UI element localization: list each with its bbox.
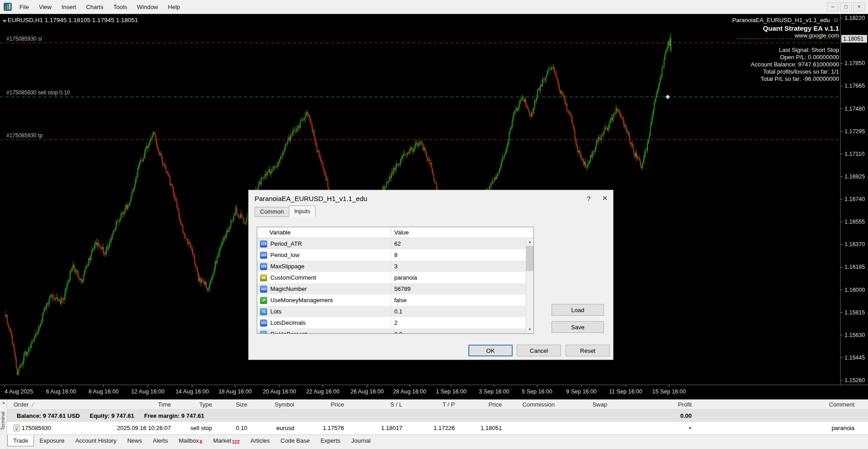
dialog-tab-common[interactable]: Common xyxy=(255,207,289,217)
variable-column-header[interactable]: Variable xyxy=(257,227,391,238)
menu-view[interactable]: View xyxy=(34,0,57,14)
terminal-tab-exposure[interactable]: Exposure xyxy=(34,435,70,446)
time-tick-label: 11 Sep 16:00 xyxy=(609,388,642,395)
param-value-cell[interactable]: 0.1 xyxy=(391,306,526,317)
order-cell: 1.18017 xyxy=(349,425,408,431)
param-value-cell[interactable]: 2 xyxy=(391,317,526,328)
reset-button[interactable]: Reset xyxy=(566,345,610,356)
terminal-tab-trade[interactable]: Trade xyxy=(7,435,34,446)
terminal-tab-label: Trade xyxy=(13,437,28,444)
scroll-up-icon[interactable]: ▲ xyxy=(526,238,533,246)
param-value-cell[interactable]: false xyxy=(391,295,526,306)
order-row[interactable]: 1750859302025.09.16 10:26:07sell stop0.1… xyxy=(7,422,868,434)
price-tick-label: 1.17295 xyxy=(844,128,865,135)
time-tick-label: 12 Aug 16:00 xyxy=(131,388,165,395)
menu-tools[interactable]: Tools xyxy=(108,0,132,14)
delete-order-button[interactable]: × xyxy=(613,425,697,431)
param-row-lots[interactable]: ½Lots0.1 xyxy=(257,306,526,317)
param-row-magicnumber[interactable]: 123MagicNumber56789 xyxy=(257,283,526,295)
time-tick-label: 28 Aug 16:00 xyxy=(393,388,426,395)
column-header-profit[interactable]: Profit xyxy=(613,401,697,408)
terminal-tab-account-history[interactable]: Account History xyxy=(70,435,122,446)
ea-properties-dialog: ParanoiaEA_EURUSD_H1_v1.1_edu ? ✕ Common… xyxy=(248,190,613,360)
column-header-order[interactable]: Order∕ xyxy=(7,401,90,408)
load-button[interactable]: Load xyxy=(552,304,604,316)
terminal-tab-label: Market xyxy=(213,437,231,444)
time-tick-label: 18 Aug 16:00 xyxy=(218,388,252,395)
ea-info-line: Account Balance: 9747.61000000 xyxy=(751,61,839,68)
param-row-maxslippage[interactable]: 123MaxSlippage3 xyxy=(257,261,526,272)
param-row-customcomment[interactable]: abCustomCommentparanoia xyxy=(257,272,526,283)
close-button[interactable]: × xyxy=(853,2,865,12)
price-tick-label: 1.17480 xyxy=(844,106,865,112)
terminal-tab-label: Alerts xyxy=(153,437,168,444)
param-row-period-atr[interactable]: 123Period_ATR62 xyxy=(257,238,526,249)
dialog-title: ParanoiaEA_EURUSD_H1_v1.1_edu xyxy=(255,195,580,202)
minimize-button[interactable]: – xyxy=(827,2,839,12)
param-row-riskinpercent[interactable]: ½RiskInPercent2.0 xyxy=(257,328,526,333)
column-header-type[interactable]: Type xyxy=(176,401,217,408)
terminal-close-button[interactable]: × xyxy=(0,400,7,406)
param-row-lotsdecimals[interactable]: 123LotsDecimals2 xyxy=(257,317,526,328)
dialog-close-button[interactable]: ✕ xyxy=(597,192,613,205)
column-header-comment[interactable]: Comment xyxy=(697,401,868,408)
scroll-down-icon[interactable]: ▼ xyxy=(526,326,533,333)
param-value-cell[interactable]: 56789 xyxy=(391,283,526,295)
terminal-tab-experts[interactable]: Experts xyxy=(315,435,346,446)
ea-active-smiley-icon[interactable]: ☺ xyxy=(833,16,839,23)
param-value-cell[interactable]: 8 xyxy=(391,249,526,261)
param-name: MagicNumber xyxy=(270,285,307,292)
save-button[interactable]: Save xyxy=(552,321,604,333)
cancel-button[interactable]: Cancel xyxy=(517,345,561,356)
time-tick-label: 15 Sep 16:00 xyxy=(652,388,686,395)
column-header-swap[interactable]: Swap xyxy=(560,401,613,408)
ok-button[interactable]: OK xyxy=(468,345,513,356)
terminal-tab-label: Exposure xyxy=(39,437,64,444)
menu-window[interactable]: Window xyxy=(132,0,163,14)
menu-help[interactable]: Help xyxy=(163,0,185,14)
terminal-tab-journal[interactable]: Journal xyxy=(346,435,376,446)
column-header-commission[interactable]: Commission xyxy=(507,401,560,408)
param-row-usemoneymanagement[interactable]: ↗UseMoneyManagementfalse xyxy=(257,295,526,306)
menu-file[interactable]: File xyxy=(14,0,34,14)
param-row-period-low[interactable]: 123Period_low8 xyxy=(257,249,526,261)
param-value-cell[interactable]: 62 xyxy=(391,238,526,249)
order-id-cell: 175085930 xyxy=(7,425,90,431)
one-click-trading-arrow[interactable] xyxy=(2,20,7,23)
terminal-body: Order∕TimeTypeSizeSymbolPriceS / LT / PP… xyxy=(7,400,868,435)
restore-button[interactable]: □ xyxy=(840,2,852,12)
tab-badge: 6 xyxy=(200,440,203,444)
dialog-titlebar[interactable]: ParanoiaEA_EURUSD_H1_v1.1_edu ? ✕ xyxy=(249,190,613,206)
column-header-price[interactable]: Price xyxy=(460,401,507,408)
inputs-scrollbar[interactable]: ▲ ▼ xyxy=(526,238,533,333)
column-header-symbol[interactable]: Symbol xyxy=(253,401,300,408)
ea-info-line xyxy=(751,39,839,47)
value-column-header[interactable]: Value xyxy=(391,227,533,238)
terminal-tab-articles[interactable]: Articles xyxy=(245,435,275,446)
column-header-t-p[interactable]: T / P xyxy=(408,401,460,408)
column-header-price[interactable]: Price xyxy=(300,401,349,408)
terminal-tab-market[interactable]: Market122 xyxy=(208,435,245,446)
param-name: Lots xyxy=(270,308,282,315)
terminal-tab-news[interactable]: News xyxy=(122,435,147,446)
column-header-s-l[interactable]: S / L xyxy=(349,401,408,408)
terminal-header-row: Order∕TimeTypeSizeSymbolPriceS / LT / PP… xyxy=(7,400,868,410)
param-value-cell[interactable]: 2.0 xyxy=(391,328,526,333)
scroll-thumb[interactable] xyxy=(526,246,533,271)
menu-charts[interactable]: Charts xyxy=(81,0,108,14)
param-value-cell[interactable]: 3 xyxy=(391,261,526,272)
dialog-help-button[interactable]: ? xyxy=(580,192,597,205)
price-tick-label: 1.15445 xyxy=(844,355,865,361)
column-header-time[interactable]: Time xyxy=(90,401,176,408)
price-tick-label: 1.15630 xyxy=(844,332,865,338)
param-name: CustomComment xyxy=(270,274,316,281)
ea-name: ParanoiaEA_EURUSD_H1_v1.1_edu xyxy=(732,17,830,23)
param-value-cell[interactable]: paranoia xyxy=(391,272,526,283)
terminal-tab-mailbox[interactable]: Mailbox6 xyxy=(173,435,208,446)
dialog-tab-inputs[interactable]: Inputs xyxy=(289,206,316,217)
terminal-tab-code-base[interactable]: Code Base xyxy=(275,435,315,446)
pending-order-marker[interactable] xyxy=(665,94,670,99)
column-header-size[interactable]: Size xyxy=(217,401,253,408)
menu-insert[interactable]: Insert xyxy=(57,0,81,14)
terminal-tab-alerts[interactable]: Alerts xyxy=(147,435,173,446)
